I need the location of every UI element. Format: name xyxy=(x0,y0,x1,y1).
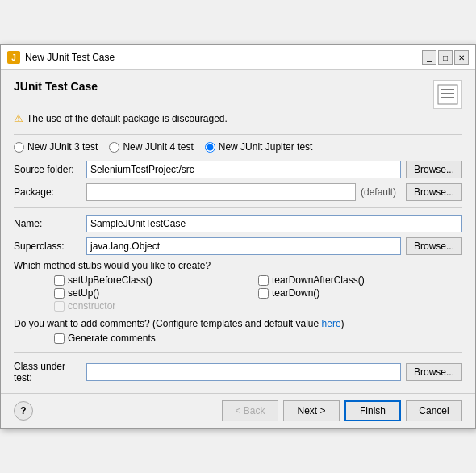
stub-constructor-checkbox xyxy=(54,301,65,312)
source-folder-label: Source folder: xyxy=(14,164,86,175)
window-controls: ⎯ □ ✕ xyxy=(422,50,469,65)
warning-text: The use of the default package is discou… xyxy=(27,113,228,124)
class-under-test-browse-button[interactable]: Browse... xyxy=(406,363,462,381)
stub-setup-checkbox[interactable] xyxy=(54,288,65,299)
comments-section: Do you want to add comments? (Configure … xyxy=(14,318,462,344)
comments-link[interactable]: here xyxy=(322,318,341,329)
warning-row: ⚠ The use of the default package is disc… xyxy=(14,112,462,124)
package-input-wrapper: (default) xyxy=(86,183,401,201)
radio-junit3[interactable]: New JUnit 3 test xyxy=(14,141,98,153)
minimize-button[interactable]: ⎯ xyxy=(422,50,436,65)
next-button[interactable]: Next > xyxy=(283,400,340,421)
name-label: Name: xyxy=(14,218,86,229)
comments-suffix: ) xyxy=(341,318,344,329)
main-window: J New JUnit Test Case ⎯ □ ✕ JUnit Test C… xyxy=(0,44,476,429)
window-icon: J xyxy=(7,51,20,64)
back-button[interactable]: < Back xyxy=(222,400,278,421)
finish-button[interactable]: Finish xyxy=(344,400,401,421)
class-under-test-input[interactable] xyxy=(86,363,401,381)
cancel-button[interactable]: Cancel xyxy=(406,400,462,421)
separator-bottom xyxy=(14,352,462,353)
radio-junit3-input[interactable] xyxy=(14,142,24,153)
window-title: New JUnit Test Case xyxy=(25,52,417,63)
generate-comments-row: Generate comments xyxy=(54,333,462,344)
superclass-browse-button[interactable]: Browse... xyxy=(406,237,462,255)
stub-setup-before-class[interactable]: setUpBeforeClass() xyxy=(54,274,258,286)
source-folder-browse-button[interactable]: Browse... xyxy=(406,161,462,178)
superclass-row: Superclass: Browse... xyxy=(14,237,462,255)
package-browse-button[interactable]: Browse... xyxy=(406,183,462,201)
stub-constructor: constructor xyxy=(54,300,258,312)
radio-group: New JUnit 3 test New JUnit 4 test New JU… xyxy=(14,141,462,153)
stub-setup[interactable]: setUp() xyxy=(54,287,258,299)
help-button[interactable]: ? xyxy=(14,401,33,421)
comments-prefix: Do you want to add comments? (Configure … xyxy=(14,318,322,329)
comments-text-row: Do you want to add comments? (Configure … xyxy=(14,318,462,329)
svg-rect-0 xyxy=(438,85,457,104)
radio-junit4-input[interactable] xyxy=(109,142,119,153)
package-input[interactable] xyxy=(86,183,356,201)
class-under-test-row: Class under test: Browse... xyxy=(14,361,462,383)
header-left: JUnit Test Case xyxy=(14,80,98,93)
maximize-button[interactable]: □ xyxy=(438,50,453,65)
name-input[interactable] xyxy=(86,215,462,232)
generate-comments-checkbox[interactable] xyxy=(54,333,65,344)
stub-teardown[interactable]: tearDown() xyxy=(258,287,462,299)
stubs-label: Which method stubs would you like to cre… xyxy=(14,260,462,271)
stubs-section: Which method stubs would you like to cre… xyxy=(14,260,462,312)
name-row: Name: xyxy=(14,215,462,232)
radio-junit4[interactable]: New JUnit 4 test xyxy=(109,141,193,153)
superclass-input[interactable] xyxy=(86,237,401,255)
package-default-text: (default) xyxy=(361,186,396,198)
warning-icon: ⚠ xyxy=(14,112,23,124)
junit-icon xyxy=(433,80,462,109)
section-header: JUnit Test Case xyxy=(14,80,462,109)
stub-teardown-after-class[interactable]: tearDownAfterClass() xyxy=(258,274,462,286)
class-under-test-label: Class under test: xyxy=(14,361,86,383)
source-folder-input[interactable] xyxy=(86,161,401,178)
stubs-grid: setUpBeforeClass() tearDownAfterClass() … xyxy=(54,274,462,312)
radio-jupiter-input[interactable] xyxy=(205,142,215,153)
stub-teardown-after-class-checkbox[interactable] xyxy=(258,275,269,286)
source-folder-row: Source folder: Browse... xyxy=(14,161,462,178)
footer-buttons: < Back Next > Finish Cancel xyxy=(222,400,462,421)
separator-top xyxy=(14,134,462,135)
superclass-label: Superclass: xyxy=(14,241,86,252)
package-label: Package: xyxy=(14,186,86,198)
dialog-footer: ? < Back Next > Finish Cancel xyxy=(1,393,475,428)
close-button[interactable]: ✕ xyxy=(454,50,469,65)
package-row: Package: (default) Browse... xyxy=(14,183,462,201)
radio-jupiter[interactable]: New JUnit Jupiter test xyxy=(205,141,313,153)
separator-middle xyxy=(14,207,462,208)
title-bar: J New JUnit Test Case ⎯ □ ✕ xyxy=(1,45,475,70)
dialog-title: JUnit Test Case xyxy=(14,80,98,93)
dialog-content: JUnit Test Case ⚠ The use of the default… xyxy=(1,70,475,393)
stub-teardown-checkbox[interactable] xyxy=(258,288,269,299)
generate-comments-label: Generate comments xyxy=(68,333,156,344)
stub-setup-before-class-checkbox[interactable] xyxy=(54,275,65,286)
